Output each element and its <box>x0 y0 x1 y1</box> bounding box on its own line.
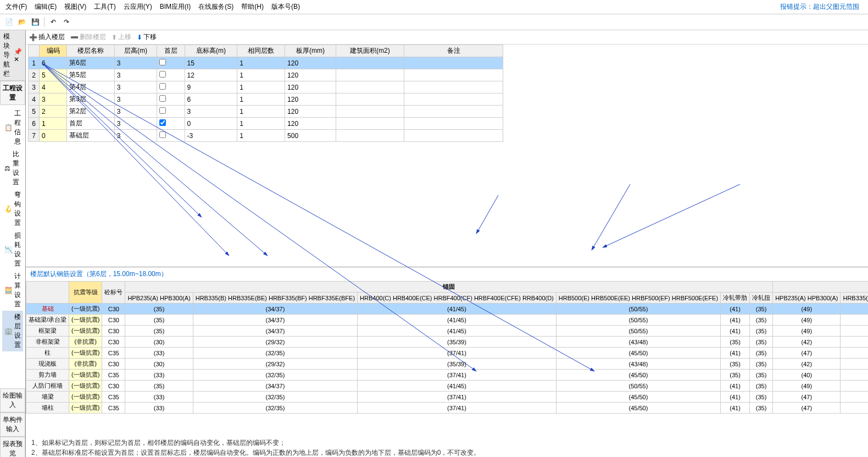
cell-anchor[interactable]: (30) <box>125 337 193 348</box>
cell-first[interactable] <box>157 93 185 106</box>
menu-file[interactable]: 文件(F) <box>2 1 30 13</box>
move-down-button[interactable]: ⬇下移 <box>137 32 157 42</box>
cell-anchor[interactable]: (34/37) <box>193 381 357 392</box>
cell-anchor[interactable]: (35) <box>750 359 773 370</box>
menu-cloud[interactable]: 云应用(Y) <box>120 1 155 13</box>
rebar-row[interactable]: 非框架梁 (非抗震) C30(30)(29/32)(35/39)(43/48)(… <box>26 337 869 348</box>
cell-grade[interactable]: (一级抗震) <box>69 403 102 414</box>
first-checkbox[interactable] <box>159 59 166 65</box>
cell-thick[interactable]: 120 <box>285 57 336 69</box>
cell-anchor[interactable]: (41/45) <box>358 315 557 326</box>
cell-grade[interactable]: (一级抗震) <box>69 392 102 403</box>
cell-thick[interactable]: 120 <box>285 118 336 130</box>
cell-anchor[interactable]: (43/48) <box>556 337 720 348</box>
cell-anchor[interactable]: (45/50) <box>556 370 720 381</box>
cell-anchor[interactable]: (45/50) <box>556 403 720 414</box>
nav-report[interactable]: 报表预览 <box>0 437 25 457</box>
first-checkbox[interactable] <box>159 107 166 114</box>
cell-concrete[interactable]: C35 <box>102 348 125 359</box>
cell-height[interactable]: 3 <box>114 93 157 106</box>
cell-lap[interactable]: (47) <box>773 392 841 403</box>
cell-same[interactable]: 1 <box>237 57 285 69</box>
cell-remark[interactable] <box>404 69 503 81</box>
cell-anchor[interactable]: (35) <box>750 403 773 414</box>
menu-version[interactable]: 版本号(B) <box>268 1 303 13</box>
cell-anchor[interactable]: (41) <box>721 392 750 403</box>
cell-anchor[interactable]: (41) <box>721 315 750 326</box>
cell-anchor[interactable]: (45/50) <box>556 348 720 359</box>
cell-anchor[interactable]: (35) <box>750 381 773 392</box>
cell-anchor[interactable]: (33) <box>125 370 193 381</box>
menu-edit[interactable]: 编辑(E) <box>31 1 60 13</box>
floor-row[interactable]: 5 2 第2层 3 3 1 120 <box>29 106 503 118</box>
nav-single-input[interactable]: 单构件输入 <box>0 412 25 437</box>
cell-anchor[interactable]: (35) <box>721 370 750 381</box>
cell-anchor[interactable]: (35) <box>125 381 193 392</box>
redo-icon[interactable]: ↷ <box>61 16 72 27</box>
cell-area[interactable] <box>336 57 404 69</box>
cell-thick[interactable]: 120 <box>285 93 336 106</box>
cell-concrete[interactable]: C30 <box>102 326 125 337</box>
cell-first[interactable] <box>157 69 185 81</box>
rebar-row[interactable]: 人防门框墙 (一级抗震) C30(35)(34/37)(41/45)(50/55… <box>26 381 869 392</box>
cell-concrete[interactable]: C30 <box>102 381 125 392</box>
cell-concrete[interactable]: C30 <box>102 359 125 370</box>
cell-anchor[interactable]: (35) <box>125 326 193 337</box>
cell-first[interactable] <box>157 130 185 142</box>
cell-anchor[interactable]: (41) <box>721 326 750 337</box>
pin-icon[interactable]: 📌 ✕ <box>14 48 22 63</box>
col-concrete[interactable]: 砼标号 <box>102 282 125 304</box>
menu-bim[interactable]: BIM应用(I) <box>157 1 194 13</box>
cell-name[interactable]: 基础层 <box>67 130 115 142</box>
cell-anchor[interactable]: (33) <box>125 392 193 403</box>
nav-item-hook[interactable]: 🪝弯钩设置 <box>2 189 23 229</box>
cell-lap[interactable]: (45/49) <box>841 348 868 359</box>
cell-code[interactable]: 4 <box>40 81 67 93</box>
rebar-row[interactable]: 现浇板 (非抗震) C30(30)(29/32)(35/39)(43/48)(3… <box>26 359 869 370</box>
cell-anchor[interactable]: (35) <box>125 315 193 326</box>
cell-same[interactable]: 1 <box>237 106 285 118</box>
undo-icon[interactable]: ↶ <box>48 16 59 27</box>
cell-anchor[interactable]: (35) <box>721 337 750 348</box>
cell-bottom[interactable]: 15 <box>185 57 237 69</box>
cell-name[interactable]: 首层 <box>67 118 115 130</box>
cell-height[interactable]: 3 <box>114 69 157 81</box>
cell-code[interactable]: 5 <box>40 69 67 81</box>
cell-height[interactable]: 3 <box>114 81 157 93</box>
cell-anchor[interactable]: (43/48) <box>556 359 720 370</box>
cell-grade[interactable]: (一级抗震) <box>69 348 102 359</box>
cell-lap[interactable]: (45/49) <box>841 392 868 403</box>
section-project-settings[interactable]: 工程设置 <box>0 81 25 105</box>
cell-remark[interactable] <box>404 93 503 106</box>
floor-row[interactable]: 2 5 第5层 3 12 1 120 <box>29 69 503 81</box>
rebar-row[interactable]: 柱 (一级抗震) C35(33)(32/35)(37/41)(45/50)(41… <box>26 348 869 359</box>
cell-remark[interactable] <box>404 106 503 118</box>
cell-anchor[interactable]: (34/37) <box>193 315 357 326</box>
cell-grade[interactable]: (一级抗震) <box>69 381 102 392</box>
cell-remark[interactable] <box>404 57 503 69</box>
cell-anchor[interactable]: (34/37) <box>193 304 357 315</box>
cell-anchor[interactable]: (41/45) <box>358 304 557 315</box>
save-icon[interactable]: 💾 <box>30 16 41 27</box>
rebar-row[interactable]: 框架梁 (一级抗震) C30(35)(34/37)(41/45)(50/55)(… <box>26 326 869 337</box>
cell-lap[interactable]: (47) <box>773 348 841 359</box>
cell-same[interactable]: 1 <box>237 130 285 142</box>
col-height[interactable]: 层高(m) <box>114 45 157 57</box>
first-checkbox[interactable] <box>159 83 166 90</box>
menu-online[interactable]: 在线服务(S) <box>195 1 237 13</box>
open-icon[interactable]: 📂 <box>16 16 27 27</box>
floor-row[interactable]: 7 0 基础层 3 -3 1 500 <box>29 130 503 142</box>
cell-lap[interactable]: (47) <box>773 403 841 414</box>
cell-same[interactable]: 1 <box>237 93 285 106</box>
cell-code[interactable]: 0 <box>40 130 67 142</box>
cell-thick[interactable]: 500 <box>285 130 336 142</box>
col-name[interactable]: 楼层名称 <box>67 45 115 57</box>
cell-anchor[interactable]: (35) <box>750 315 773 326</box>
cell-anchor[interactable]: (41/45) <box>358 381 557 392</box>
cell-grade[interactable]: (一级抗震) <box>69 326 102 337</box>
cell-same[interactable]: 1 <box>237 69 285 81</box>
cell-lap[interactable]: (41/45) <box>841 359 868 370</box>
cell-bottom[interactable]: 0 <box>185 118 237 130</box>
cell-thick[interactable]: 120 <box>285 69 336 81</box>
cell-lap[interactable]: (45/49) <box>841 403 868 414</box>
